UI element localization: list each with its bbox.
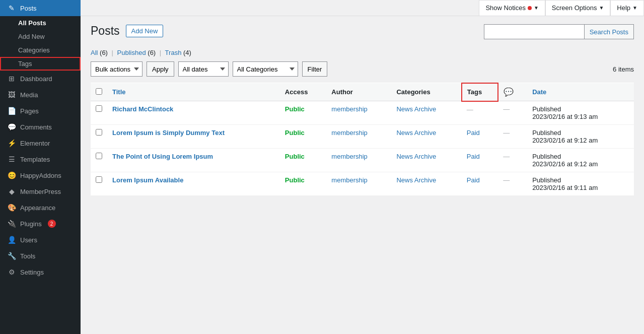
submenu-all-posts[interactable]: All Posts <box>0 16 81 30</box>
categories-select[interactable]: All Categories <box>233 61 298 77</box>
row-date-cell: Published 2023/02/16 at 9:13 am <box>527 101 634 125</box>
author-link[interactable]: membership <box>331 153 368 160</box>
sidebar: ✎ Posts All Posts Add New Categories Tag… <box>0 0 81 334</box>
tags-value[interactable]: Paid <box>467 153 480 160</box>
sidebar-item-dashboard[interactable]: ⊞ Dashboard <box>0 71 81 87</box>
select-all-checkbox[interactable] <box>96 88 102 95</box>
sidebar-item-tools[interactable]: 🔧 Tools <box>0 248 81 264</box>
show-notices-chevron-icon: ▼ <box>534 5 539 11</box>
show-notices-button[interactable]: Show Notices ▼ <box>479 0 545 16</box>
author-link[interactable]: membership <box>331 105 368 113</box>
add-new-button[interactable]: Add New <box>126 25 164 37</box>
col-tags: Tags <box>462 83 498 101</box>
sidebar-item-elementor[interactable]: ⚡ Elementor <box>0 135 81 151</box>
sidebar-item-memberpress[interactable]: ◆ MemberPress <box>0 183 81 199</box>
tools-icon: 🔧 <box>7 252 16 260</box>
sidebar-item-comments[interactable]: 💬 Comments <box>0 119 81 135</box>
date-value: 2023/02/16 at 9:12 am <box>532 160 598 168</box>
row-checkbox[interactable] <box>96 153 102 159</box>
row-access-cell: Public <box>280 125 326 149</box>
row-comments-cell: — <box>498 125 527 149</box>
access-value: Public <box>285 153 305 160</box>
tags-value[interactable]: Paid <box>467 129 480 137</box>
comments-icon: 💬 <box>7 123 16 131</box>
table-row: Richard McClintock Public membership New… <box>91 101 634 125</box>
sidebar-item-users[interactable]: 👤 Users <box>0 232 81 248</box>
filter-published-link[interactable]: Published (6) <box>117 49 156 56</box>
help-chevron-icon: ▼ <box>632 5 637 11</box>
row-categories-cell: News Archive <box>391 101 461 125</box>
happyaddons-icon: 😊 <box>7 171 16 179</box>
table-row: Lorem Ipsum is Simply Dummy Text Public … <box>91 125 634 149</box>
row-checkbox[interactable] <box>96 105 102 112</box>
comments-value: — <box>503 153 510 160</box>
row-tags-cell: Paid <box>462 172 498 196</box>
bulk-actions-select[interactable]: Bulk actions <box>91 61 142 77</box>
memberpress-icon: ◆ <box>7 187 16 195</box>
category-link[interactable]: News Archive <box>396 129 436 137</box>
sidebar-item-media[interactable]: 🖼 Media <box>0 87 81 103</box>
post-title-link[interactable]: Lorem Ipsum is Simply Dummy Text <box>112 129 225 137</box>
category-link[interactable]: News Archive <box>396 105 436 113</box>
access-value: Public <box>285 176 305 184</box>
col-categories: Categories <box>391 83 461 101</box>
post-title-link[interactable]: Lorem Ipsum Available <box>112 176 183 184</box>
plugins-icon: 🔌 <box>7 220 16 228</box>
submenu-add-new[interactable]: Add New <box>0 30 81 43</box>
sidebar-item-settings[interactable]: ⚙ Settings <box>0 264 81 280</box>
category-link[interactable]: News Archive <box>396 176 436 184</box>
row-title-cell: Lorem Ipsum Available <box>107 172 280 196</box>
sidebar-item-happyaddons[interactable]: 😊 HappyAddons <box>0 167 81 183</box>
dates-select[interactable]: All dates <box>178 61 229 77</box>
row-checkbox[interactable] <box>96 129 102 136</box>
filter-all-link[interactable]: All (6) <box>91 49 108 56</box>
filter-trash-link[interactable]: Trash (4) <box>165 49 191 56</box>
row-checkbox[interactable] <box>96 176 102 183</box>
submenu-categories[interactable]: Categories <box>0 43 81 57</box>
table-row: Lorem Ipsum Available Public membership … <box>91 172 634 196</box>
notice-dot <box>528 6 532 10</box>
col-date[interactable]: Date <box>527 83 634 101</box>
col-title[interactable]: Title <box>107 83 280 101</box>
elementor-icon: ⚡ <box>7 139 16 147</box>
sidebar-item-templates[interactable]: ☰ Templates <box>0 151 81 167</box>
row-categories-cell: News Archive <box>391 172 461 196</box>
post-title-link[interactable]: The Point of Using Lorem Ipsum <box>112 153 213 160</box>
comments-col-icon: 💬 <box>504 88 514 96</box>
select-all-checkbox-col <box>91 83 107 101</box>
help-button[interactable]: Help ▼ <box>610 0 644 16</box>
tags-value[interactable]: Paid <box>467 176 480 184</box>
access-value: Public <box>285 105 305 113</box>
items-count: 6 items <box>613 65 634 73</box>
sidebar-item-plugins[interactable]: 🔌 Plugins 2 <box>0 216 81 232</box>
search-input[interactable] <box>484 24 585 39</box>
apply-button[interactable]: Apply <box>147 61 174 77</box>
date-status: Published <box>532 105 561 113</box>
sidebar-item-appearance[interactable]: 🎨 Appearance <box>0 199 81 216</box>
row-checkbox-cell <box>91 172 107 196</box>
sidebar-item-posts[interactable]: ✎ Posts <box>0 0 81 16</box>
posts-table: Title Access Author Categories Tags <box>91 83 634 196</box>
posts-submenu: All Posts Add New Categories Tags <box>0 16 81 71</box>
post-title-link[interactable]: Richard McClintock <box>112 105 173 113</box>
topbar: Show Notices ▼ Screen Options ▼ Help ▼ <box>81 0 644 16</box>
submenu-tags[interactable]: Tags <box>0 57 81 71</box>
comments-value: — <box>503 105 510 113</box>
author-link[interactable]: membership <box>331 129 368 137</box>
date-value: 2023/02/16 at 9:12 am <box>532 137 598 144</box>
row-comments-cell: — <box>498 172 527 196</box>
date-status: Published <box>532 176 561 184</box>
search-row: Search Posts <box>484 24 634 39</box>
row-access-cell: Public <box>280 149 326 172</box>
category-link[interactable]: News Archive <box>396 153 436 160</box>
filter-button[interactable]: Filter <box>302 61 328 77</box>
search-posts-button[interactable]: Search Posts <box>585 24 634 39</box>
row-date-cell: Published 2023/02/16 at 9:12 am <box>527 149 634 172</box>
sidebar-item-pages[interactable]: 📄 Pages <box>0 103 81 119</box>
row-categories-cell: News Archive <box>391 149 461 172</box>
users-icon: 👤 <box>7 236 16 244</box>
screen-options-button[interactable]: Screen Options ▼ <box>545 0 611 16</box>
row-access-cell: Public <box>280 172 326 196</box>
author-link[interactable]: membership <box>331 176 368 184</box>
date-value: 2023/02/16 at 9:13 am <box>532 113 598 120</box>
